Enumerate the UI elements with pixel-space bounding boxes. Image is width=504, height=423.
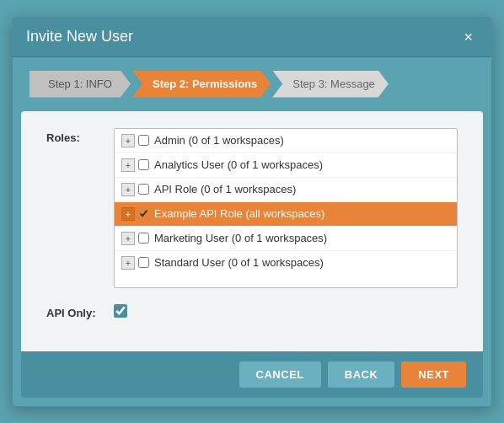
expand-icon-admin[interactable]: + (121, 134, 135, 147)
expand-icon-example-api[interactable]: + (121, 207, 135, 221)
checkbox-admin[interactable] (138, 135, 149, 146)
checkbox-example-api[interactable] (138, 208, 149, 219)
steps-bar: Step 1: INFO Step 2: Permissions Step 3:… (13, 57, 491, 111)
next-button[interactable]: NEXT (401, 361, 466, 388)
role-label-marketing: Marketing User (0 of 1 workspaces) (154, 232, 327, 244)
checkbox-analytics[interactable] (138, 159, 149, 170)
api-only-row: API Only: (46, 303, 458, 319)
role-label-admin: Admin (0 of 1 workspaces) (154, 134, 284, 147)
role-label-standard: Standard User (0 of 1 workspaces) (154, 256, 324, 269)
expand-icon-standard[interactable]: + (121, 256, 135, 270)
expand-icon-analytics[interactable]: + (121, 158, 135, 172)
role-item-analytics[interactable]: + Analytics User (0 of 1 workspaces) (115, 153, 457, 178)
step-3: Step 3: Message (272, 71, 389, 98)
api-only-checkbox[interactable] (114, 304, 127, 318)
step-2: Step 2: Permissions (132, 71, 271, 98)
checkbox-marketing[interactable] (138, 233, 149, 244)
dialog-title: Invite New User (26, 28, 133, 46)
roles-list[interactable]: + Admin (0 of 1 workspaces) + Analytics … (114, 128, 458, 288)
invite-user-dialog: Invite New User × Step 1: INFO Step 2: P… (12, 17, 492, 407)
expand-icon-api-role[interactable]: + (121, 183, 135, 196)
dialog-body: Roles: + Admin (0 of 1 workspaces) + Ana… (21, 111, 483, 351)
role-item-standard[interactable]: + Standard User (0 of 1 workspaces) (115, 251, 457, 275)
dialog-footer: CANCEL BACK NEXT (21, 351, 483, 398)
role-item-marketing[interactable]: + Marketing User (0 of 1 workspaces) (115, 227, 457, 251)
api-only-label: API Only: (46, 303, 114, 319)
role-label-api-role: API Role (0 of 1 workspaces) (154, 183, 296, 195)
role-item-api-role[interactable]: + API Role (0 of 1 workspaces) (115, 178, 457, 202)
role-label-example-api: Example API Role (all workspaces) (154, 207, 324, 220)
dialog-header: Invite New User × (13, 18, 491, 57)
roles-field-row: Roles: + Admin (0 of 1 workspaces) + Ana… (46, 128, 458, 288)
role-item-example-api[interactable]: + Example API Role (all workspaces) (115, 202, 457, 227)
role-item-admin[interactable]: + Admin (0 of 1 workspaces) (115, 129, 457, 153)
roles-label: Roles: (46, 128, 114, 144)
checkbox-api-role[interactable] (138, 184, 149, 195)
checkbox-standard[interactable] (138, 257, 149, 268)
expand-icon-marketing[interactable]: + (121, 232, 135, 245)
back-button[interactable]: BACK (328, 361, 395, 388)
close-button[interactable]: × (458, 28, 478, 46)
step-1: Step 1: INFO (29, 71, 131, 98)
cancel-button[interactable]: CANCEL (239, 361, 321, 388)
role-label-analytics: Analytics User (0 of 1 workspaces) (154, 158, 323, 171)
